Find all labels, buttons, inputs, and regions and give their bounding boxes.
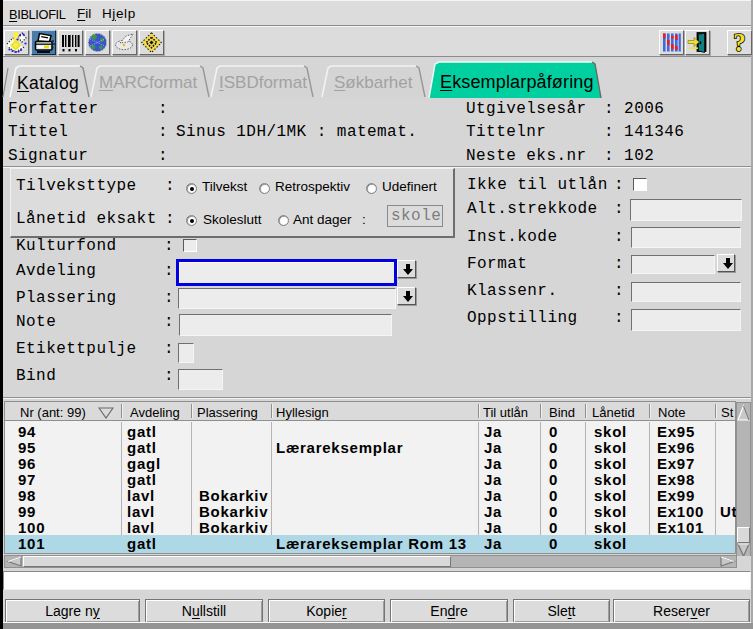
svg-text:?: ?	[733, 31, 746, 54]
